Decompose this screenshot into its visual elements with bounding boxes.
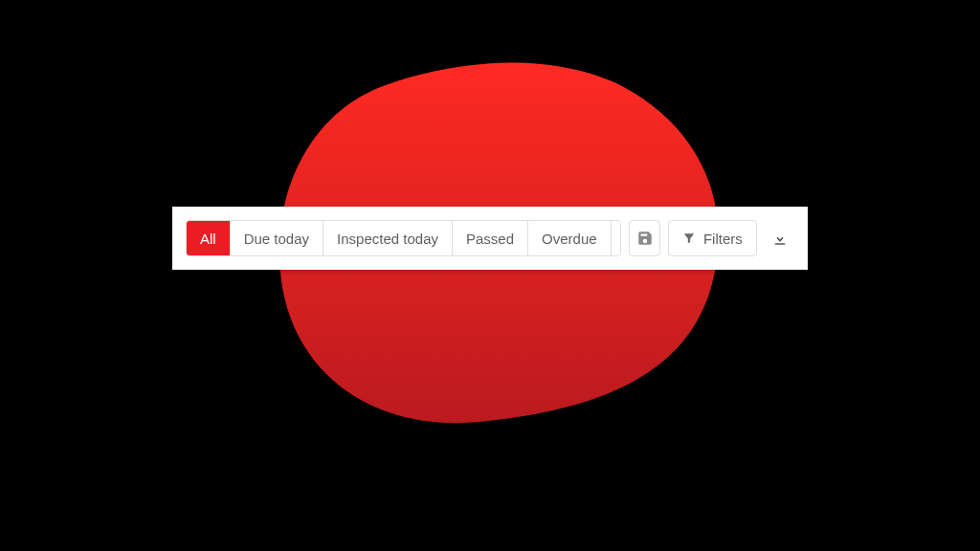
- download-button[interactable]: [767, 220, 794, 256]
- filter-toolbar: All Due today Inspected today Passed Ove…: [172, 207, 808, 270]
- tab-label: Inspected today: [337, 231, 438, 247]
- tab-all[interactable]: All: [187, 221, 231, 255]
- tab-due-today[interactable]: Due today: [231, 221, 323, 255]
- download-icon: [771, 230, 789, 247]
- save-button[interactable]: [629, 220, 660, 256]
- tab-label: Passed: [466, 231, 514, 247]
- tab-failed[interactable]: Failed: [612, 221, 622, 255]
- tab-label: All: [200, 231, 216, 247]
- tab-overdue[interactable]: Overdue: [528, 221, 612, 255]
- funnel-icon: [682, 231, 696, 245]
- filters-label: Filters: [703, 231, 743, 247]
- tab-label: Overdue: [542, 231, 597, 247]
- tab-label: Due today: [244, 231, 309, 247]
- tab-inspected-today[interactable]: Inspected today: [323, 221, 453, 255]
- filter-tabs-group: All Due today Inspected today Passed Ove…: [186, 220, 621, 256]
- save-icon: [636, 230, 654, 247]
- tab-passed[interactable]: Passed: [453, 221, 528, 255]
- filters-button[interactable]: Filters: [668, 220, 757, 256]
